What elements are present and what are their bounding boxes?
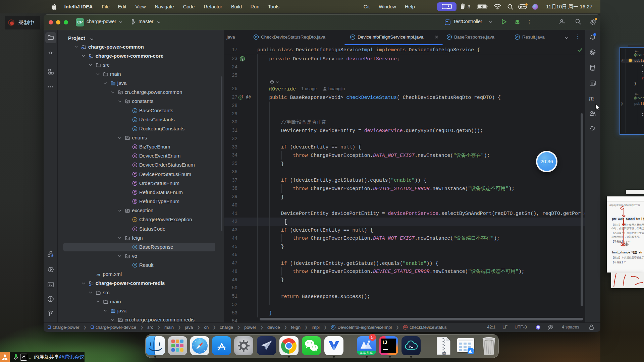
svg-text:C: C (255, 35, 257, 39)
svg-text:m: m (404, 325, 407, 329)
svg-text:C: C (448, 35, 450, 39)
svg-text:C: C (352, 35, 354, 39)
svg-text:E: E (134, 200, 136, 203)
svg-text:C: C (332, 325, 334, 329)
svg-text:E: E (134, 191, 136, 194)
svg-text:E: E (134, 145, 136, 148)
svg-text:E: E (134, 164, 136, 167)
svg-text:E: E (134, 227, 136, 231)
svg-text:E: E (134, 173, 136, 176)
svg-text:C: C (134, 109, 136, 112)
svg-text:E: E (134, 182, 136, 185)
svg-text:E: E (134, 154, 136, 158)
svg-text:m: m (97, 272, 100, 277)
svg-text:C: C (134, 245, 136, 249)
svg-text:I: I (240, 96, 241, 99)
svg-text:C: C (516, 35, 519, 39)
svg-text:C: C (134, 118, 136, 121)
svg-text:ZIP: ZIP (442, 353, 445, 355)
svg-text:C: C (134, 263, 136, 267)
svg-text:C: C (134, 127, 136, 130)
